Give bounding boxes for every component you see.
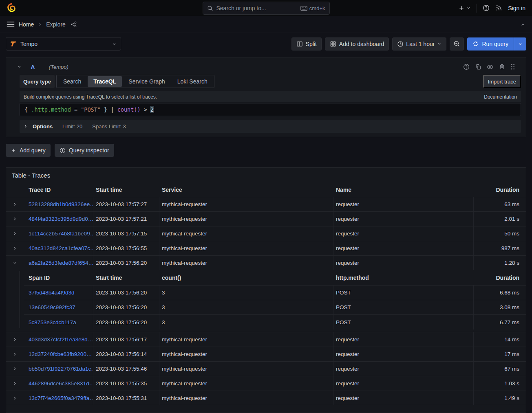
chevron-right-icon bbox=[13, 367, 17, 371]
menu-toggle-button[interactable] bbox=[7, 21, 15, 28]
import-trace-button[interactable]: Import trace bbox=[483, 75, 521, 88]
query-type-tab-loki-search[interactable]: Loki Search bbox=[172, 76, 213, 87]
span-id-link[interactable]: 5c8753e3cdcb117a bbox=[29, 319, 76, 325]
duration-cell: 987 ms bbox=[474, 245, 526, 251]
traces-table-header: Trace IDStart timeServiceNameDuration bbox=[6, 183, 526, 197]
table-row: bb50d791f92270761da1c…2023-10-03 17:55:4… bbox=[6, 361, 526, 376]
trace-id-link[interactable]: 484f4a8323c395d9d9d0… bbox=[29, 216, 93, 222]
datasource-picker[interactable]: Tempo bbox=[6, 37, 121, 51]
query-type-tab-traceql[interactable]: TraceQL bbox=[88, 76, 122, 87]
trace-id-link[interactable]: 12d37240fcbe63fb9200… bbox=[29, 351, 92, 357]
span-start-time-cell: 2023-10-03 17:56:20 bbox=[93, 300, 159, 314]
span-column-header-http-method[interactable]: http.method bbox=[333, 275, 474, 281]
trace-id-link[interactable]: 40ac312d842ca1cfea07c… bbox=[29, 245, 93, 251]
column-header-duration[interactable]: Duration bbox=[474, 187, 526, 193]
options-spans-limit: Spans Limit: 3 bbox=[92, 123, 126, 130]
chevron-down-icon bbox=[13, 261, 17, 265]
breadcrumb-home[interactable]: Home bbox=[19, 21, 34, 28]
trace-id-link[interactable]: 403d3d37cfcf2f1ea3e8d… bbox=[29, 336, 93, 343]
time-range-picker[interactable]: Last 1 hour bbox=[392, 37, 446, 51]
traceql-query-editor[interactable]: { .http.method = "POST" } | count() > 2 bbox=[20, 103, 521, 116]
chevron-right-icon bbox=[13, 246, 17, 250]
span-column-header-duration[interactable]: Duration bbox=[474, 275, 526, 281]
expand-row-button[interactable] bbox=[6, 197, 24, 211]
share-button[interactable] bbox=[71, 21, 77, 28]
query-token: count() bbox=[117, 106, 141, 113]
toggle-visibility-icon[interactable] bbox=[487, 64, 494, 70]
expand-row-button[interactable] bbox=[6, 241, 24, 255]
run-query-options-button[interactable] bbox=[514, 37, 526, 51]
start-time-cell: 2023-10-03 17:55:31 bbox=[93, 391, 159, 405]
span-column-header-start-time[interactable]: Start time bbox=[93, 275, 159, 281]
grafana-logo-icon[interactable] bbox=[7, 3, 17, 13]
trace-id-cell: 484f4a8323c395d9d9d0… bbox=[24, 212, 93, 226]
expand-row-button[interactable] bbox=[6, 362, 24, 376]
add-query-button[interactable]: Add query bbox=[6, 144, 51, 157]
expand-row-button[interactable] bbox=[6, 226, 24, 241]
trace-id-link[interactable]: a6a2fa25d3fede87df654… bbox=[29, 260, 93, 266]
sign-in-link[interactable]: Sign in bbox=[508, 5, 525, 11]
add-to-dashboard-button[interactable]: Add to dashboard bbox=[325, 37, 389, 51]
start-time-cell: 2023-10-03 17:56:20 bbox=[93, 256, 159, 270]
tempo-logo-icon bbox=[10, 40, 17, 47]
search-input[interactable]: Search or jump to... cmd+k bbox=[203, 2, 330, 15]
expand-row-button[interactable] bbox=[6, 391, 24, 405]
column-header-start-time[interactable]: Start time bbox=[93, 187, 159, 193]
service-cell: mythical-requester bbox=[159, 241, 333, 255]
expand-row-button[interactable] bbox=[6, 376, 24, 391]
help-button[interactable] bbox=[483, 4, 490, 11]
news-button[interactable] bbox=[495, 4, 502, 11]
span-id-link[interactable]: 37f5d48b4a4f9d3d bbox=[29, 290, 75, 296]
options-toggle[interactable]: Options bbox=[33, 123, 53, 130]
panel-title: Table - Traces bbox=[6, 172, 526, 183]
span-column-header-span-id[interactable]: Span ID bbox=[24, 275, 93, 281]
zoom-out-time-button[interactable] bbox=[450, 37, 464, 51]
split-button[interactable]: Split bbox=[291, 37, 322, 51]
columns-icon bbox=[296, 41, 303, 47]
chevron-right-icon bbox=[13, 337, 17, 342]
span-column-header-count-[interactable]: count() bbox=[159, 275, 333, 281]
delete-query-icon[interactable] bbox=[499, 64, 505, 70]
trace-id-link[interactable]: 52813288db1b0d9326ee… bbox=[29, 201, 93, 207]
collapse-query-chevron-icon[interactable] bbox=[17, 64, 22, 69]
expand-row-button[interactable] bbox=[6, 212, 24, 226]
query-token: 2 bbox=[150, 106, 154, 113]
trace-id-link[interactable]: 1c114cc2b574b8fa1be09… bbox=[29, 231, 93, 237]
span-duration-cell: 6.68 ms bbox=[474, 290, 526, 296]
query-type-tab-service-graph[interactable]: Service Graph bbox=[123, 76, 170, 87]
duplicate-query-icon[interactable] bbox=[475, 64, 481, 70]
expand-row-button[interactable] bbox=[6, 347, 24, 361]
duration-cell: 2.01 s bbox=[474, 216, 526, 222]
chevron-right-icon bbox=[13, 231, 17, 236]
apps-icon bbox=[330, 41, 336, 47]
collapse-toolbar-button[interactable] bbox=[520, 22, 525, 27]
name-cell: requester bbox=[333, 376, 474, 391]
trace-id-link[interactable]: bb50d791f92270761da1c… bbox=[29, 366, 93, 372]
trace-id-cell: 13c7f74e2665f0a3479ffa… bbox=[24, 391, 93, 405]
sync-icon bbox=[472, 41, 479, 47]
collapse-row-button[interactable] bbox=[6, 256, 24, 270]
options-chevron-right-icon[interactable] bbox=[24, 124, 28, 128]
query-help-icon[interactable] bbox=[463, 64, 470, 70]
query-ref-id[interactable]: A bbox=[31, 64, 35, 70]
run-query-button[interactable]: Run query bbox=[467, 37, 514, 51]
duration-cell: 67 ms bbox=[474, 366, 526, 372]
expand-row-button[interactable] bbox=[6, 332, 24, 347]
span-id-cell: 5c8753e3cdcb117a bbox=[24, 315, 93, 330]
spans-subtable-header: Span IDStart timecount()http.methodDurat… bbox=[24, 270, 526, 286]
create-button[interactable] bbox=[458, 5, 471, 11]
span-id-link[interactable]: 13e60549c992fc37 bbox=[29, 304, 75, 310]
column-header-name[interactable]: Name bbox=[333, 187, 474, 193]
start-time-cell: 2023-10-03 17:57:15 bbox=[93, 226, 159, 241]
column-header-trace-id[interactable]: Trace ID bbox=[24, 187, 93, 193]
query-type-tab-search[interactable]: Search bbox=[57, 76, 87, 87]
table-row: 12d37240fcbe63fb9200…2023-10-03 17:56:14… bbox=[6, 347, 526, 361]
query-row-header[interactable]: A (Tempo) bbox=[11, 60, 521, 73]
documentation-link[interactable]: Documentation bbox=[484, 94, 517, 100]
trace-id-link[interactable]: 4462896dce6c385e831d… bbox=[29, 380, 93, 387]
drag-handle-icon[interactable] bbox=[510, 64, 515, 70]
query-actions: Add query Query inspector bbox=[6, 144, 526, 157]
query-inspector-button[interactable]: Query inspector bbox=[55, 144, 114, 157]
trace-id-link[interactable]: 13c7f74e2665f0a3479ffa… bbox=[29, 395, 93, 401]
column-header-service[interactable]: Service bbox=[159, 187, 333, 193]
